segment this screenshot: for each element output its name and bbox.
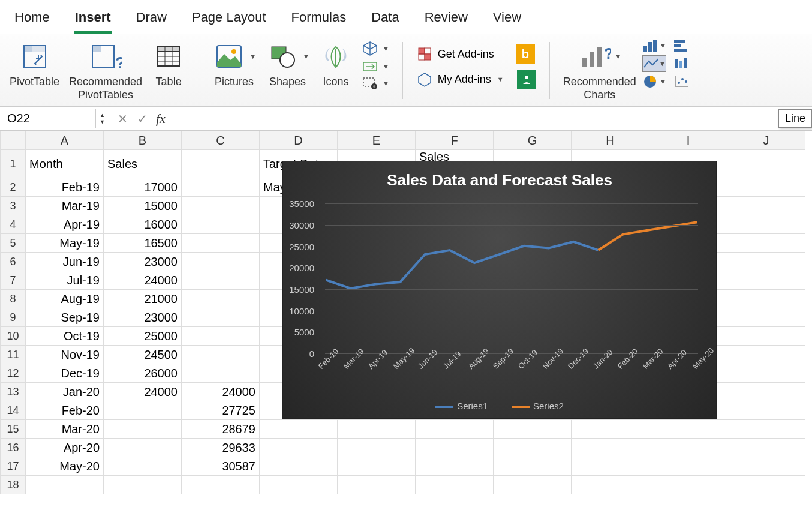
cell-A3[interactable]: Mar-19 bbox=[26, 197, 104, 215]
row-header-7[interactable]: 7 bbox=[1, 271, 26, 290]
row-header-6[interactable]: 6 bbox=[1, 253, 26, 271]
cell-F16[interactable] bbox=[416, 439, 494, 457]
cell-J10[interactable] bbox=[727, 327, 805, 346]
row-header-5[interactable]: 5 bbox=[1, 234, 26, 253]
cell-B10[interactable]: 25000 bbox=[104, 327, 182, 346]
cell-B11[interactable]: 24500 bbox=[104, 346, 182, 364]
cell-F15[interactable] bbox=[416, 420, 494, 439]
namebox-spinner[interactable]: ▲▼ bbox=[96, 107, 109, 130]
cell-G15[interactable] bbox=[494, 420, 572, 439]
cell-D18[interactable] bbox=[260, 476, 338, 494]
scatter-chart-button[interactable] bbox=[670, 73, 694, 90]
cell-C7[interactable] bbox=[182, 271, 260, 290]
cell-B6[interactable]: 23000 bbox=[104, 253, 182, 271]
cell-J3[interactable] bbox=[727, 197, 805, 215]
tab-insert[interactable]: Insert bbox=[74, 5, 112, 34]
cell-A13[interactable]: Jan-20 bbox=[26, 383, 104, 401]
row-header-10[interactable]: 10 bbox=[1, 327, 26, 346]
name-box[interactable] bbox=[0, 109, 96, 128]
cell-C11[interactable] bbox=[182, 346, 260, 364]
cell-A17[interactable]: May-20 bbox=[26, 457, 104, 476]
col-header-A[interactable]: A bbox=[26, 131, 104, 150]
tab-view[interactable]: View bbox=[492, 5, 522, 34]
cell-J16[interactable] bbox=[727, 439, 805, 457]
cell-J2[interactable] bbox=[727, 178, 805, 197]
recommended-charts-button[interactable]: ? ▼ Recommended Charts bbox=[560, 37, 640, 104]
tab-review[interactable]: Review bbox=[423, 5, 469, 34]
cell-B13[interactable]: 24000 bbox=[104, 383, 182, 401]
cell-I16[interactable] bbox=[649, 439, 727, 457]
fx-icon[interactable]: fx bbox=[156, 111, 172, 127]
get-addins-button[interactable]: Get Add-ins b bbox=[413, 42, 540, 66]
row-header-8[interactable]: 8 bbox=[1, 290, 26, 308]
cell-B1[interactable]: Sales bbox=[104, 150, 182, 178]
cell-J15[interactable] bbox=[727, 420, 805, 439]
row-header-14[interactable]: 14 bbox=[1, 401, 26, 420]
cell-E18[interactable] bbox=[338, 476, 416, 494]
cell-J6[interactable] bbox=[727, 253, 805, 271]
col-header-G[interactable]: G bbox=[494, 131, 572, 150]
cell-A1[interactable]: Month bbox=[26, 150, 104, 178]
cell-A12[interactable]: Dec-19 bbox=[26, 364, 104, 383]
select-all-corner[interactable] bbox=[1, 131, 26, 150]
cell-J8[interactable] bbox=[727, 290, 805, 308]
table-button[interactable]: Table bbox=[148, 37, 189, 91]
tab-data[interactable]: Data bbox=[370, 5, 400, 34]
cell-J17[interactable] bbox=[727, 457, 805, 476]
cell-J4[interactable] bbox=[727, 215, 805, 234]
cell-A7[interactable]: Jul-19 bbox=[26, 271, 104, 290]
screenshot-button[interactable]: +▼ bbox=[359, 76, 393, 91]
cell-A4[interactable]: Apr-19 bbox=[26, 215, 104, 234]
tab-page-layout[interactable]: Page Layout bbox=[191, 5, 267, 34]
cell-H16[interactable] bbox=[572, 439, 649, 457]
cell-J9[interactable] bbox=[727, 308, 805, 327]
cell-D17[interactable] bbox=[260, 457, 338, 476]
cell-H17[interactable] bbox=[572, 457, 649, 476]
cell-J12[interactable] bbox=[727, 364, 805, 383]
cell-B18[interactable] bbox=[104, 476, 182, 494]
row-header-18[interactable]: 18 bbox=[1, 476, 26, 494]
cell-B14[interactable] bbox=[104, 401, 182, 420]
column-chart-button[interactable]: ▼ bbox=[642, 37, 666, 54]
row-header-1[interactable]: 1 bbox=[1, 150, 26, 178]
row-header-3[interactable]: 3 bbox=[1, 197, 26, 215]
pictures-button[interactable]: ▼ Pictures bbox=[209, 37, 260, 91]
cell-B5[interactable]: 16500 bbox=[104, 234, 182, 253]
col-header-J[interactable]: J bbox=[727, 131, 805, 150]
cell-B12[interactable]: 26000 bbox=[104, 364, 182, 383]
pie-chart-button[interactable]: ▼ bbox=[642, 73, 666, 90]
cell-J11[interactable] bbox=[727, 346, 805, 364]
formula-input[interactable] bbox=[172, 109, 812, 128]
cell-C1[interactable] bbox=[182, 150, 260, 178]
row-header-15[interactable]: 15 bbox=[1, 420, 26, 439]
row-header-4[interactable]: 4 bbox=[1, 215, 26, 234]
tab-home[interactable]: Home bbox=[13, 5, 51, 34]
cell-D16[interactable] bbox=[260, 439, 338, 457]
cell-C17[interactable]: 30587 bbox=[182, 457, 260, 476]
col-header-F[interactable]: F bbox=[416, 131, 494, 150]
cancel-icon[interactable]: ✕ bbox=[118, 112, 128, 126]
cell-C8[interactable] bbox=[182, 290, 260, 308]
cell-E15[interactable] bbox=[338, 420, 416, 439]
cell-J18[interactable] bbox=[727, 476, 805, 494]
cell-C18[interactable] bbox=[182, 476, 260, 494]
cell-J7[interactable] bbox=[727, 271, 805, 290]
col-header-D[interactable]: D bbox=[260, 131, 338, 150]
cell-A18[interactable] bbox=[26, 476, 104, 494]
cell-A5[interactable]: May-19 bbox=[26, 234, 104, 253]
cell-C3[interactable] bbox=[182, 197, 260, 215]
cell-A6[interactable]: Jun-19 bbox=[26, 253, 104, 271]
recommended-pivot-button[interactable]: ? Recommended PivotTables bbox=[65, 37, 146, 104]
enter-icon[interactable]: ✓ bbox=[137, 112, 148, 126]
cell-I15[interactable] bbox=[649, 420, 727, 439]
cell-B16[interactable] bbox=[104, 439, 182, 457]
cell-B7[interactable]: 24000 bbox=[104, 271, 182, 290]
cell-F17[interactable] bbox=[416, 457, 494, 476]
bar-chart-button[interactable] bbox=[670, 37, 694, 54]
cell-B17[interactable] bbox=[104, 457, 182, 476]
row-header-11[interactable]: 11 bbox=[1, 346, 26, 364]
cell-D15[interactable] bbox=[260, 420, 338, 439]
cell-A2[interactable]: Feb-19 bbox=[26, 178, 104, 197]
cell-A8[interactable]: Aug-19 bbox=[26, 290, 104, 308]
cell-B4[interactable]: 16000 bbox=[104, 215, 182, 234]
